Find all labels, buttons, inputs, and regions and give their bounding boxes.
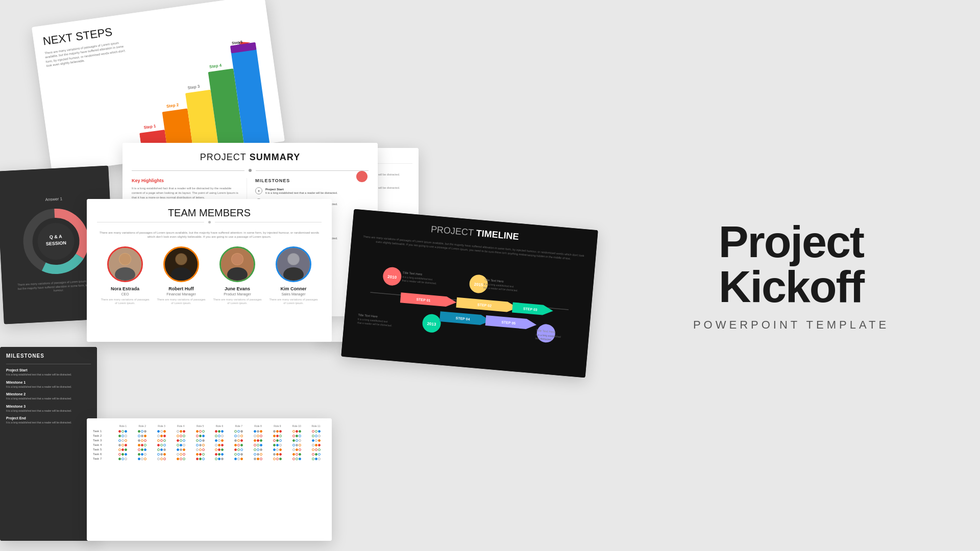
member-desc-robert: There are many variations of passages of… bbox=[156, 298, 207, 306]
member-desc-june: There are many variations of passages of… bbox=[212, 298, 263, 306]
member-name-robert: Robert Huff bbox=[168, 286, 194, 291]
summary-highlights-text: It is a long established fact that a rea… bbox=[132, 186, 240, 200]
team-member-nora: Nora Estrada CEO There are many variatio… bbox=[100, 246, 151, 306]
raci-task-0: Task 1 bbox=[93, 430, 326, 433]
milestones-divider bbox=[6, 364, 91, 364]
raci-content: Role 1 Role 2 Role 3 Role 4 Role 5 Role … bbox=[87, 418, 332, 541]
summary-divider bbox=[132, 169, 369, 172]
dark-milestones-content: MILESTONES Project Start It is a long es… bbox=[0, 347, 97, 541]
svg-point-24 bbox=[176, 254, 187, 265]
svg-text:Step 4: Step 4 bbox=[209, 63, 223, 69]
raci-task-2: Task 3 bbox=[93, 439, 326, 442]
raci-task-4: Task 5 bbox=[93, 448, 326, 451]
member-role-robert: Financial Manager bbox=[166, 292, 196, 296]
member-desc-nora: There are many variations of passages of… bbox=[100, 298, 151, 306]
member-role-june: Product Manager bbox=[224, 292, 251, 296]
raci-header: Role 1 Role 2 Role 3 Role 4 Role 5 Role … bbox=[93, 424, 326, 428]
avatar-kim bbox=[276, 246, 311, 282]
qa-donut-chart: Q & A SESSION bbox=[18, 204, 93, 279]
avatar-robert bbox=[163, 246, 199, 282]
member-role-kim: Sales Manager bbox=[281, 292, 305, 296]
raci-task-1: Task 2 bbox=[93, 434, 326, 437]
raci-task-5: Task 6 bbox=[93, 453, 326, 456]
raci-tasks-container: Task 1Task 2Task 3Task 4Task 5Task 6Task… bbox=[93, 430, 326, 460]
staircase-visual: Step 1 Step 2 Step 3 Step 4 Step 5 bbox=[128, 35, 285, 161]
title-text: Project Kickoff bbox=[719, 216, 864, 312]
milestones-dark-title: MILESTONES bbox=[6, 353, 91, 359]
milestone-item-0: Project Start It is a long established t… bbox=[6, 368, 91, 377]
svg-text:Q & A: Q & A bbox=[50, 234, 63, 239]
milestones-label: MILESTONES bbox=[255, 178, 369, 183]
slide-team-members: TEAM MEMBERS There are many variations o… bbox=[87, 199, 332, 342]
avatar-nora bbox=[107, 246, 143, 282]
summary-title: PROJECT SUMMARY bbox=[132, 152, 369, 163]
svg-text:2015: 2015 bbox=[474, 282, 483, 288]
milestone-project-start: ● Project Start It is a long established… bbox=[255, 187, 369, 195]
team-divider bbox=[97, 221, 322, 223]
svg-point-20 bbox=[119, 254, 131, 265]
member-role-nora: CEO bbox=[121, 292, 129, 296]
svg-text:Step 2: Step 2 bbox=[166, 103, 180, 109]
slide-milestones-dark: MILESTONES Project Start It is a long es… bbox=[0, 347, 97, 541]
title-area: Project Kickoff POWERPOINT TEMPLATE bbox=[643, 219, 939, 332]
raci-task-3: Task 4 bbox=[93, 443, 326, 446]
main-title: Project Kickoff bbox=[643, 219, 939, 309]
raci-roles-header: Role 1 Role 2 Role 3 Role 4 Role 5 Role … bbox=[113, 424, 326, 428]
milestone-item-4: Project End It is a long established tex… bbox=[6, 416, 91, 424]
timeline-visual-svg: 2010 STEP 01 2015 STEP 02 2013 STEP 03 S… bbox=[352, 251, 587, 352]
svg-point-32 bbox=[288, 254, 299, 265]
member-name-june: June Evans bbox=[225, 286, 250, 291]
slide-project-timeline: PROJECT TIMELINE There are many variatio… bbox=[341, 209, 598, 378]
svg-text:2013: 2013 bbox=[427, 321, 436, 327]
subtitle-text: POWERPOINT TEMPLATE bbox=[643, 318, 939, 332]
key-highlights-label: Key Highlights bbox=[132, 178, 240, 183]
svg-text:Step 3: Step 3 bbox=[187, 84, 201, 90]
member-name-kim: Kim Conner bbox=[280, 286, 306, 291]
milestone-item-3: Milestone 3 It is a long established tex… bbox=[6, 405, 91, 413]
svg-text:2010: 2010 bbox=[387, 274, 397, 280]
team-member-june: June Evans Product Manager There are man… bbox=[212, 246, 263, 306]
timeline-content: PROJECT TIMELINE There are many variatio… bbox=[341, 209, 598, 378]
team-subtitle: There are many variations of passages of… bbox=[97, 231, 322, 239]
svg-point-28 bbox=[232, 254, 243, 265]
avatar-june bbox=[219, 246, 255, 282]
svg-text:SESSION: SESSION bbox=[46, 240, 66, 246]
milestone-item-2: Milestone 2 It is a long established tex… bbox=[6, 392, 91, 400]
milestone-item-1: Milestone 1 It is a long established tex… bbox=[6, 381, 91, 389]
raci-task-6: Task 7 bbox=[93, 457, 326, 460]
team-content: TEAM MEMBERS There are many variations o… bbox=[87, 199, 332, 342]
member-name-nora: Nora Estrada bbox=[111, 286, 139, 291]
svg-text:Step 1: Step 1 bbox=[143, 123, 157, 130]
member-desc-kim: There are many variations of passages of… bbox=[268, 298, 319, 306]
qa-answer-label: Answer 1 bbox=[45, 196, 62, 202]
slide-raci-matrix: Role 1 Role 2 Role 3 Role 4 Role 5 Role … bbox=[87, 418, 332, 541]
team-members-row: Nora Estrada CEO There are many variatio… bbox=[97, 246, 322, 306]
team-title: TEAM MEMBERS bbox=[97, 207, 322, 219]
team-member-kim: Kim Conner Sales Manager There are many … bbox=[268, 246, 319, 306]
team-member-robert: Robert Huff Financial Manager There are … bbox=[156, 246, 207, 306]
